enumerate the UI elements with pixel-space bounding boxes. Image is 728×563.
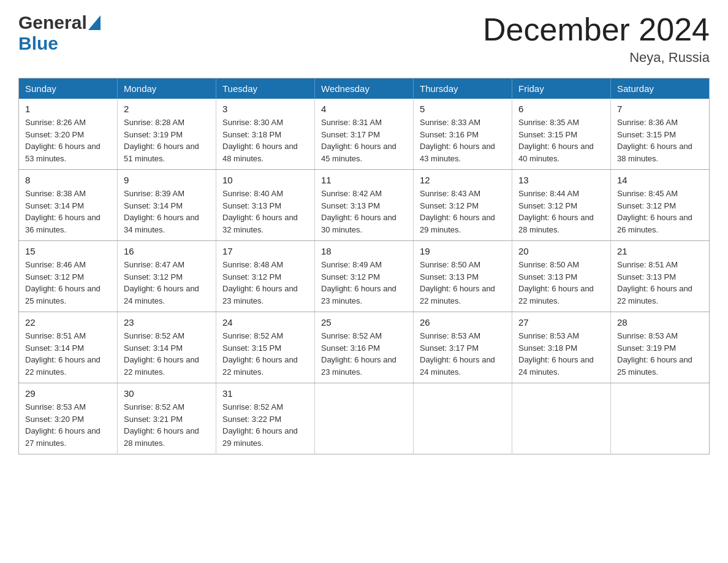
table-row: 1 Sunrise: 8:26 AM Sunset: 3:20 PM Dayli… — [19, 99, 118, 170]
table-row — [315, 383, 414, 454]
col-thursday: Thursday — [414, 79, 512, 99]
table-row: 10 Sunrise: 8:40 AM Sunset: 3:13 PM Dayl… — [216, 170, 315, 241]
day-info: Sunrise: 8:49 AM Sunset: 3:12 PM Dayligh… — [321, 259, 407, 307]
logo-general-text: General — [18, 12, 87, 33]
day-info: Sunrise: 8:50 AM Sunset: 3:13 PM Dayligh… — [518, 259, 604, 307]
table-row: 30 Sunrise: 8:52 AM Sunset: 3:21 PM Dayl… — [118, 383, 216, 454]
table-row: 11 Sunrise: 8:42 AM Sunset: 3:13 PM Dayl… — [315, 170, 414, 241]
day-number: 5 — [420, 104, 506, 114]
calendar-week-row: 29 Sunrise: 8:53 AM Sunset: 3:20 PM Dayl… — [19, 383, 710, 454]
table-row — [512, 383, 611, 454]
day-info: Sunrise: 8:51 AM Sunset: 3:13 PM Dayligh… — [617, 259, 703, 307]
col-monday: Monday — [118, 79, 216, 99]
location-label: Neya, Russia — [483, 50, 710, 66]
day-number: 19 — [420, 246, 506, 256]
day-info: Sunrise: 8:38 AM Sunset: 3:14 PM Dayligh… — [25, 188, 111, 236]
day-number: 26 — [420, 317, 506, 327]
table-row: 2 Sunrise: 8:28 AM Sunset: 3:19 PM Dayli… — [118, 99, 216, 170]
table-row: 9 Sunrise: 8:39 AM Sunset: 3:14 PM Dayli… — [118, 170, 216, 241]
day-info: Sunrise: 8:42 AM Sunset: 3:13 PM Dayligh… — [321, 188, 407, 236]
day-number: 9 — [124, 175, 210, 185]
table-row: 6 Sunrise: 8:35 AM Sunset: 3:15 PM Dayli… — [512, 99, 611, 170]
table-row: 27 Sunrise: 8:53 AM Sunset: 3:18 PM Dayl… — [512, 312, 611, 383]
day-info: Sunrise: 8:51 AM Sunset: 3:14 PM Dayligh… — [25, 330, 111, 378]
day-info: Sunrise: 8:53 AM Sunset: 3:18 PM Dayligh… — [518, 330, 604, 378]
day-number: 4 — [321, 104, 407, 114]
table-row: 21 Sunrise: 8:51 AM Sunset: 3:13 PM Dayl… — [611, 241, 710, 312]
table-row: 12 Sunrise: 8:43 AM Sunset: 3:12 PM Dayl… — [414, 170, 512, 241]
day-info: Sunrise: 8:33 AM Sunset: 3:16 PM Dayligh… — [420, 117, 506, 164]
day-number: 18 — [321, 246, 407, 256]
day-number: 11 — [321, 175, 407, 185]
logo-triangle-icon — [88, 15, 100, 30]
day-number: 12 — [420, 175, 506, 185]
table-row: 16 Sunrise: 8:47 AM Sunset: 3:12 PM Dayl… — [118, 241, 216, 312]
table-row: 14 Sunrise: 8:45 AM Sunset: 3:12 PM Dayl… — [611, 170, 710, 241]
day-info: Sunrise: 8:44 AM Sunset: 3:12 PM Dayligh… — [518, 188, 604, 236]
day-number: 1 — [25, 104, 111, 114]
table-row: 22 Sunrise: 8:51 AM Sunset: 3:14 PM Dayl… — [19, 312, 118, 383]
table-row: 4 Sunrise: 8:31 AM Sunset: 3:17 PM Dayli… — [315, 99, 414, 170]
day-number: 10 — [222, 175, 308, 185]
table-row: 18 Sunrise: 8:49 AM Sunset: 3:12 PM Dayl… — [315, 241, 414, 312]
table-row: 8 Sunrise: 8:38 AM Sunset: 3:14 PM Dayli… — [19, 170, 118, 241]
calendar-table: Sunday Monday Tuesday Wednesday Thursday… — [18, 78, 710, 454]
day-info: Sunrise: 8:46 AM Sunset: 3:12 PM Dayligh… — [25, 259, 111, 307]
day-info: Sunrise: 8:50 AM Sunset: 3:13 PM Dayligh… — [420, 259, 506, 307]
svg-marker-0 — [88, 15, 100, 30]
day-info: Sunrise: 8:43 AM Sunset: 3:12 PM Dayligh… — [420, 188, 506, 236]
table-row: 19 Sunrise: 8:50 AM Sunset: 3:13 PM Dayl… — [414, 241, 512, 312]
day-number: 27 — [518, 317, 604, 327]
day-number: 17 — [222, 246, 308, 256]
table-row: 3 Sunrise: 8:30 AM Sunset: 3:18 PM Dayli… — [216, 99, 315, 170]
day-info: Sunrise: 8:30 AM Sunset: 3:18 PM Dayligh… — [222, 117, 308, 164]
table-row: 24 Sunrise: 8:52 AM Sunset: 3:15 PM Dayl… — [216, 312, 315, 383]
day-info: Sunrise: 8:36 AM Sunset: 3:15 PM Dayligh… — [617, 117, 703, 164]
day-info: Sunrise: 8:52 AM Sunset: 3:16 PM Dayligh… — [321, 330, 407, 378]
day-number: 13 — [518, 175, 604, 185]
day-info: Sunrise: 8:35 AM Sunset: 3:15 PM Dayligh… — [518, 117, 604, 164]
day-number: 2 — [124, 104, 210, 114]
day-number: 15 — [25, 246, 111, 256]
calendar-week-row: 1 Sunrise: 8:26 AM Sunset: 3:20 PM Dayli… — [19, 99, 710, 170]
day-number: 16 — [124, 246, 210, 256]
day-number: 8 — [25, 175, 111, 185]
table-row: 7 Sunrise: 8:36 AM Sunset: 3:15 PM Dayli… — [611, 99, 710, 170]
day-info: Sunrise: 8:45 AM Sunset: 3:12 PM Dayligh… — [617, 188, 703, 236]
table-row: 26 Sunrise: 8:53 AM Sunset: 3:17 PM Dayl… — [414, 312, 512, 383]
table-row — [414, 383, 512, 454]
day-number: 30 — [124, 388, 210, 399]
logo-blue-text: Blue — [18, 33, 58, 54]
table-row: 13 Sunrise: 8:44 AM Sunset: 3:12 PM Dayl… — [512, 170, 611, 241]
day-info: Sunrise: 8:52 AM Sunset: 3:22 PM Dayligh… — [222, 401, 308, 449]
calendar-week-row: 22 Sunrise: 8:51 AM Sunset: 3:14 PM Dayl… — [19, 312, 710, 383]
day-info: Sunrise: 8:52 AM Sunset: 3:21 PM Dayligh… — [124, 401, 210, 449]
day-info: Sunrise: 8:40 AM Sunset: 3:13 PM Dayligh… — [222, 188, 308, 236]
logo: General Blue — [18, 12, 100, 54]
table-row: 20 Sunrise: 8:50 AM Sunset: 3:13 PM Dayl… — [512, 241, 611, 312]
day-number: 22 — [25, 317, 111, 327]
day-number: 20 — [518, 246, 604, 256]
col-sunday: Sunday — [19, 79, 118, 99]
col-saturday: Saturday — [611, 79, 710, 99]
page-header: General Blue December 2024 Neya, Russia — [18, 12, 710, 66]
table-row: 29 Sunrise: 8:53 AM Sunset: 3:20 PM Dayl… — [19, 383, 118, 454]
calendar-week-row: 8 Sunrise: 8:38 AM Sunset: 3:14 PM Dayli… — [19, 170, 710, 241]
col-wednesday: Wednesday — [315, 79, 414, 99]
day-info: Sunrise: 8:39 AM Sunset: 3:14 PM Dayligh… — [124, 188, 210, 236]
table-row: 15 Sunrise: 8:46 AM Sunset: 3:12 PM Dayl… — [19, 241, 118, 312]
day-info: Sunrise: 8:28 AM Sunset: 3:19 PM Dayligh… — [124, 117, 210, 164]
day-info: Sunrise: 8:47 AM Sunset: 3:12 PM Dayligh… — [124, 259, 210, 307]
day-number: 6 — [518, 104, 604, 114]
col-friday: Friday — [512, 79, 611, 99]
table-row: 25 Sunrise: 8:52 AM Sunset: 3:16 PM Dayl… — [315, 312, 414, 383]
day-number: 28 — [617, 317, 703, 327]
day-info: Sunrise: 8:48 AM Sunset: 3:12 PM Dayligh… — [222, 259, 308, 307]
calendar-header-row: Sunday Monday Tuesday Wednesday Thursday… — [19, 79, 710, 99]
day-info: Sunrise: 8:53 AM Sunset: 3:17 PM Dayligh… — [420, 330, 506, 378]
day-info: Sunrise: 8:31 AM Sunset: 3:17 PM Dayligh… — [321, 117, 407, 164]
table-row: 17 Sunrise: 8:48 AM Sunset: 3:12 PM Dayl… — [216, 241, 315, 312]
day-info: Sunrise: 8:53 AM Sunset: 3:19 PM Dayligh… — [617, 330, 703, 378]
day-number: 7 — [617, 104, 703, 114]
title-section: December 2024 Neya, Russia — [483, 12, 710, 66]
